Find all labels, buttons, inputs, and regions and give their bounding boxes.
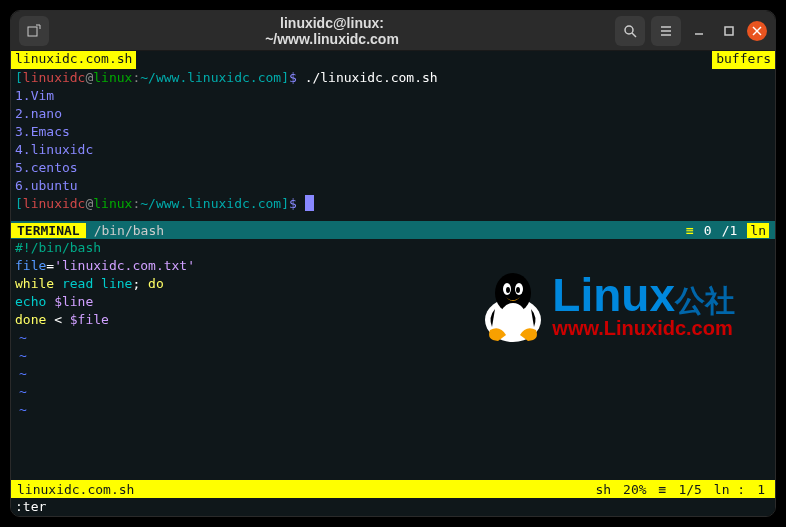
buffers-label[interactable]: buffers <box>712 51 775 69</box>
terminal-shell-path: /bin/bash <box>86 223 172 238</box>
new-tab-icon <box>27 24 41 38</box>
status-position: 1/5 <box>678 482 701 497</box>
svg-rect-7 <box>725 27 733 35</box>
editor-pane[interactable]: #!/bin/bash file='linuxidc.com.txt' whil… <box>11 239 775 480</box>
search-icon <box>623 24 637 38</box>
empty-line-tilde: ~ <box>15 401 771 419</box>
buffer-bar: linuxidc.com.sh buffers <box>11 51 775 69</box>
hamburger-glyph-icon: ≡ <box>686 223 694 238</box>
terminal-pane[interactable]: [linuxidc@linux:~/www.linuxidc.com]$ ./l… <box>11 69 775 221</box>
entered-command: ./linuxidc.com.sh <box>305 70 438 85</box>
minimize-button[interactable] <box>687 16 711 46</box>
status-filetype: sh <box>595 482 611 497</box>
close-button[interactable] <box>747 21 767 41</box>
script-line: echo $line <box>15 293 771 311</box>
status-col: 1 <box>757 482 765 497</box>
prompt-line-2: [linuxidc@linux:~/www.linuxidc.com]$ <box>15 195 771 213</box>
status-filename: linuxidc.com.sh <box>17 482 583 497</box>
terminal-mode-label: TERMINAL <box>11 223 86 238</box>
term-ln: ln <box>747 223 769 238</box>
output-line: 4.linuxidc <box>15 141 771 159</box>
term-total: /1 <box>722 223 738 238</box>
window-title: linuxidc@linux: ~/www.linuxidc.com <box>242 15 423 47</box>
terminal-body[interactable]: linuxidc.com.sh buffers [linuxidc@linux:… <box>11 51 775 516</box>
output-line: 6.ubuntu <box>15 177 771 195</box>
hamburger-icon <box>659 24 673 38</box>
prompt-line-1: [linuxidc@linux:~/www.linuxidc.com]$ ./l… <box>15 69 771 87</box>
search-button[interactable] <box>615 16 645 46</box>
script-line: done < $file <box>15 311 771 329</box>
hamburger-glyph-icon: ≡ <box>659 482 667 497</box>
empty-line-tilde: ~ <box>15 383 771 401</box>
maximize-icon <box>723 25 735 37</box>
status-percent: 20% <box>623 482 646 497</box>
empty-line-tilde: ~ <box>15 347 771 365</box>
script-line: #!/bin/bash <box>15 239 771 257</box>
output-line: 1.Vim <box>15 87 771 105</box>
output-line: 5.centos <box>15 159 771 177</box>
svg-line-2 <box>632 33 636 37</box>
term-pos: 0 <box>704 223 712 238</box>
buffer-tab[interactable]: linuxidc.com.sh <box>11 51 136 69</box>
empty-line-tilde: ~ <box>15 329 771 347</box>
svg-point-1 <box>625 26 633 34</box>
script-line: while read line; do <box>15 275 771 293</box>
output-line: 3.Emacs <box>15 123 771 141</box>
maximize-button[interactable] <box>717 16 741 46</box>
minimize-icon <box>693 25 705 37</box>
close-icon <box>752 26 762 36</box>
script-line: file='linuxidc.com.txt' <box>15 257 771 275</box>
terminal-window: linuxidc@linux: ~/www.linuxidc.com linux… <box>10 10 776 517</box>
menu-button[interactable] <box>651 16 681 46</box>
cursor <box>305 195 314 211</box>
output-line: 2.nano <box>15 105 771 123</box>
vim-command-line[interactable]: :ter <box>11 498 775 516</box>
titlebar: linuxidc@linux: ~/www.linuxidc.com <box>11 11 775 51</box>
svg-rect-0 <box>28 27 37 36</box>
vim-command-text: :ter <box>15 499 46 514</box>
status-ln-label: ln : <box>714 482 745 497</box>
new-tab-button[interactable] <box>19 16 49 46</box>
terminal-statusline: TERMINAL /bin/bash ≡ 0 /1 ln <box>11 221 775 239</box>
empty-line-tilde: ~ <box>15 365 771 383</box>
file-statusline: linuxidc.com.sh sh 20% ≡ 1/5 ln : 1 <box>11 480 775 498</box>
